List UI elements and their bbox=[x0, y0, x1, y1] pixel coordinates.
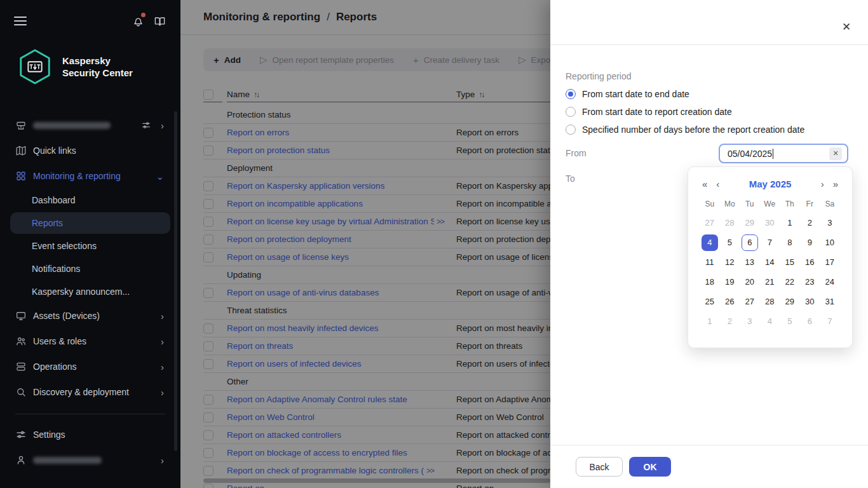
radio-label: From start date to end date bbox=[582, 89, 689, 99]
calendar-day[interactable]: 21 bbox=[760, 272, 780, 292]
calendar-day[interactable]: 7 bbox=[760, 233, 780, 252]
calendar-day[interactable]: 2 bbox=[800, 213, 820, 233]
radio-unselected-icon[interactable] bbox=[566, 107, 576, 117]
help-book-icon[interactable] bbox=[153, 14, 166, 28]
calendar-day[interactable]: 14 bbox=[760, 252, 780, 272]
ok-button[interactable]: OK bbox=[629, 457, 671, 477]
calendar-day[interactable]: 7 bbox=[820, 311, 840, 331]
calendar-prev-year-button[interactable]: « bbox=[700, 179, 710, 189]
from-date-input[interactable]: 05/04/2025 ✕ bbox=[719, 144, 848, 163]
sidebar-item-label: Notifications bbox=[32, 264, 80, 274]
radio-unselected-icon[interactable] bbox=[566, 125, 576, 135]
calendar-next-month-button[interactable]: › bbox=[818, 179, 827, 189]
sidebar-item-dashboard[interactable]: Dashboard bbox=[0, 189, 180, 212]
report-settings-drawer: ✕ Reporting period From start date to en… bbox=[550, 0, 868, 488]
calendar-day[interactable]: 31 bbox=[820, 292, 840, 311]
calendar-next-year-button[interactable]: » bbox=[831, 179, 841, 189]
calendar-day[interactable]: 17 bbox=[820, 252, 840, 272]
calendar-day[interactable]: 1 bbox=[780, 213, 800, 233]
calendar-day[interactable]: 30 bbox=[800, 292, 820, 311]
sidebar-item-label: Users & roles bbox=[33, 336, 86, 346]
calendar-day[interactable]: 23 bbox=[800, 272, 820, 292]
calendar-day[interactable]: 1 bbox=[700, 311, 720, 331]
clear-input-icon[interactable]: ✕ bbox=[829, 147, 842, 160]
calendar-day-selected[interactable]: 4 bbox=[700, 233, 720, 252]
calendar-month-title[interactable]: May 2025 bbox=[722, 179, 818, 189]
panel-header-divider bbox=[550, 44, 868, 45]
calendar-day[interactable]: 12 bbox=[720, 252, 740, 272]
server-settings-sliders-icon[interactable] bbox=[141, 120, 151, 130]
sidebar-item-label: Reports bbox=[32, 218, 63, 228]
chevron-right-icon: › bbox=[161, 388, 164, 397]
calendar-day[interactable]: 8 bbox=[780, 233, 800, 252]
weekday-label: Su bbox=[700, 200, 720, 208]
calendar-day[interactable]: 26 bbox=[720, 292, 740, 311]
radio-label: From start date to report creation date bbox=[582, 107, 732, 117]
calendar-day[interactable]: 5 bbox=[780, 311, 800, 331]
sidebar-item-notifications[interactable]: Notifications bbox=[0, 257, 180, 280]
sidebar-item-operations[interactable]: Operations › bbox=[0, 354, 180, 379]
close-icon[interactable]: ✕ bbox=[840, 20, 853, 33]
radio-selected-icon[interactable] bbox=[566, 89, 576, 99]
calendar-day[interactable]: 18 bbox=[700, 272, 720, 292]
calendar-day[interactable]: 10 bbox=[820, 233, 840, 252]
calendar-day[interactable]: 29 bbox=[780, 292, 800, 311]
reporting-period-radio-group: From start date to end dateFrom start da… bbox=[566, 85, 804, 139]
calendar-day[interactable]: 28 bbox=[720, 213, 740, 233]
account-name-redacted bbox=[33, 457, 102, 464]
calendar-day[interactable]: 24 bbox=[820, 272, 840, 292]
sidebar-item-label: Discovery & deployment bbox=[33, 387, 129, 397]
calendar-prev-month-button[interactable]: ‹ bbox=[714, 179, 722, 189]
sidebar-item-event-selections[interactable]: Event selections bbox=[0, 234, 180, 257]
calendar-day[interactable]: 20 bbox=[740, 272, 760, 292]
calendar-day[interactable]: 3 bbox=[820, 213, 840, 233]
calendar-day[interactable]: 13 bbox=[740, 252, 760, 272]
reporting-period-radio-1[interactable]: From start date to report creation date bbox=[566, 103, 804, 121]
calendar-day[interactable]: 3 bbox=[740, 311, 760, 331]
calendar-day[interactable]: 19 bbox=[720, 272, 740, 292]
calendar-day[interactable]: 27 bbox=[740, 292, 760, 311]
sidebar-item-discovery-deployment[interactable]: Discovery & deployment › bbox=[0, 379, 180, 405]
sidebar-item-announcements[interactable]: Kaspersky announcem... bbox=[0, 280, 180, 303]
kaspersky-logo-icon bbox=[17, 48, 53, 85]
weekday-label: We bbox=[760, 200, 780, 208]
calendar-day[interactable]: 25 bbox=[700, 292, 720, 311]
chevron-right-icon: › bbox=[161, 121, 164, 130]
sidebar-item-server[interactable]: › bbox=[0, 112, 180, 138]
chevron-right-icon: › bbox=[161, 362, 164, 372]
calendar-grid: 2728293012345678910111213141516171819202… bbox=[700, 213, 841, 331]
calendar-day[interactable]: 28 bbox=[760, 292, 780, 311]
calendar-day[interactable]: 27 bbox=[700, 213, 720, 233]
calendar-day-today[interactable]: 6 bbox=[740, 233, 760, 252]
calendar-day[interactable]: 6 bbox=[800, 311, 820, 331]
sidebar-item-monitoring-reporting[interactable]: Monitoring & reporting ⌄ bbox=[0, 163, 180, 189]
reporting-period-radio-2[interactable]: Specified number of days before the repo… bbox=[566, 121, 804, 139]
back-button[interactable]: Back bbox=[576, 457, 623, 477]
menu-hamburger-icon[interactable] bbox=[14, 17, 27, 25]
chevron-right-icon: › bbox=[161, 337, 164, 346]
sidebar-item-label: Kaspersky announcem... bbox=[32, 287, 130, 297]
sidebar-item-settings[interactable]: Settings bbox=[0, 422, 180, 447]
sidebar-item-assets[interactable]: Assets (Devices) › bbox=[0, 303, 180, 329]
sidebar-item-account[interactable]: › bbox=[0, 447, 180, 473]
calendar-day[interactable]: 9 bbox=[800, 233, 820, 252]
calendar-day[interactable]: 29 bbox=[740, 213, 760, 233]
notifications-bell-icon[interactable] bbox=[131, 14, 145, 28]
calendar-day[interactable]: 2 bbox=[720, 311, 740, 331]
calendar-day[interactable]: 22 bbox=[780, 272, 800, 292]
calendar-day[interactable]: 11 bbox=[700, 252, 720, 272]
calendar-day[interactable]: 30 bbox=[760, 213, 780, 233]
sidebar-item-users-roles[interactable]: Users & roles › bbox=[0, 329, 180, 354]
sidebar-scrollbar[interactable] bbox=[174, 111, 177, 451]
calendar-day[interactable]: 5 bbox=[720, 233, 740, 252]
weekday-label: Mo bbox=[720, 200, 740, 208]
calendar-day[interactable]: 15 bbox=[780, 252, 800, 272]
sidebar-item-label: Quick links bbox=[33, 146, 76, 156]
chevron-right-icon: › bbox=[161, 311, 164, 321]
sidebar-item-reports[interactable]: Reports bbox=[0, 212, 180, 234]
calendar-day[interactable]: 4 bbox=[760, 311, 780, 331]
reporting-period-radio-0[interactable]: From start date to end date bbox=[566, 85, 804, 103]
calendar-day[interactable]: 16 bbox=[800, 252, 820, 272]
weekday-label: Sa bbox=[820, 200, 840, 208]
sidebar-item-quick-links[interactable]: Quick links bbox=[0, 138, 180, 163]
